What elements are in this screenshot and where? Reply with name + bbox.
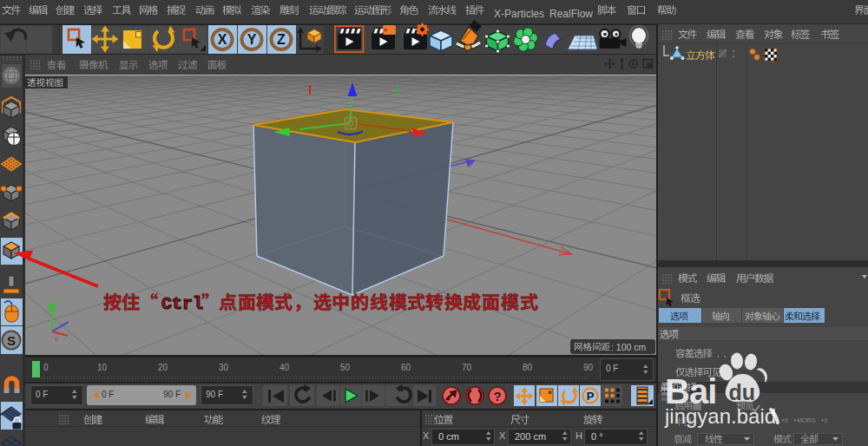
svg-text:du: du <box>729 380 756 404</box>
